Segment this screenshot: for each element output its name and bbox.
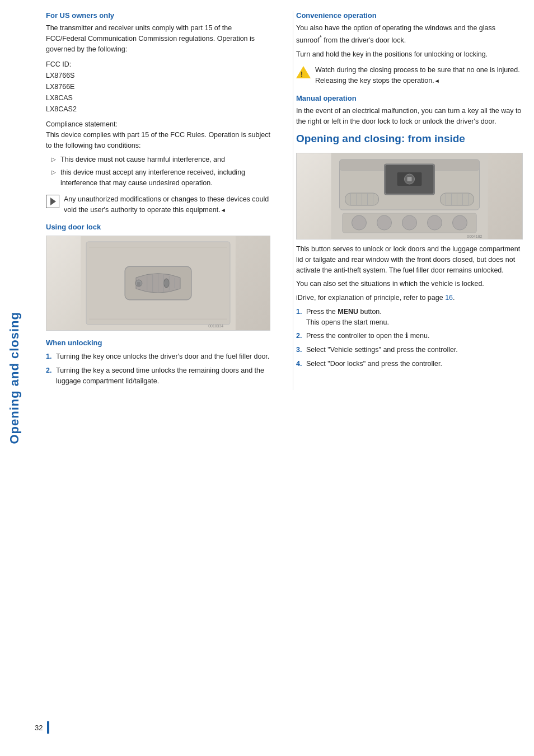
fcc-ids-block: FCC ID: LX8766S LX8766E LX8CAS LX8CAS2 bbox=[46, 59, 270, 115]
opening-step-4: 4. Select "Door locks" and press the con… bbox=[296, 359, 523, 369]
opening-step-4-text: Select "Door locks" and press the contro… bbox=[306, 360, 442, 368]
svg-point-40 bbox=[453, 215, 467, 230]
fcc-label: FCC ID: bbox=[46, 59, 270, 70]
svg-rect-7 bbox=[137, 282, 140, 286]
fcc-bullet-1: This device must not cause harmful inter… bbox=[51, 154, 270, 165]
interior-panel-svg: 0004182 bbox=[297, 153, 522, 240]
warning-back-mark: ◄ bbox=[434, 78, 440, 84]
opening-step-1: 1. Press the MENU button.This opens the … bbox=[296, 307, 523, 328]
opening-step-1-text: Press the MENU button.This opens the sta… bbox=[306, 308, 389, 326]
interior-panel-image: 0004182 bbox=[296, 153, 523, 240]
fcc-bullet-2: this device must accept any interference… bbox=[51, 167, 270, 189]
main-content: For US owners only The transmitter and r… bbox=[35, 0, 534, 412]
opening-steps: 1. Press the MENU button.This opens the … bbox=[296, 307, 523, 369]
fcc-note-text: Any unauthorized modifications or change… bbox=[64, 194, 270, 215]
svg-point-39 bbox=[428, 215, 442, 230]
idrive-page-link[interactable]: 16 bbox=[445, 294, 453, 302]
play-icon bbox=[46, 195, 59, 208]
door-handle-svg: 0010334 bbox=[46, 236, 270, 330]
manual-operation-title: Manual operation bbox=[296, 94, 523, 102]
opening-step-2-text: Press the controller to open the ℹ menu. bbox=[306, 332, 429, 340]
fcc-id-2: LX8766E bbox=[46, 81, 270, 92]
convenience-para2: Turn and hold the key in the positions f… bbox=[296, 49, 523, 60]
svg-point-36 bbox=[352, 215, 367, 230]
opening-para3: iDrive, for explanation of principle, re… bbox=[296, 293, 523, 303]
opening-step-num-3: 3. bbox=[296, 345, 302, 355]
convenience-operation-title: Convenience operation bbox=[296, 11, 523, 20]
menu-bold: MENU bbox=[338, 308, 358, 316]
step-1-text: Turning the key once unlocks the driver'… bbox=[56, 353, 269, 360]
using-door-lock-title: Using door lock bbox=[46, 223, 270, 231]
fcc-id-1: LX8766S bbox=[46, 70, 270, 81]
fcc-id-4: LX8CAS2 bbox=[46, 104, 270, 115]
step-2-text: Turning the key a second time unlocks th… bbox=[56, 367, 264, 385]
svg-point-37 bbox=[377, 215, 392, 230]
opening-para2: You can also set the situations in which… bbox=[296, 279, 523, 289]
opening-step-num-4: 4. bbox=[296, 359, 302, 369]
opening-closing-heading: Opening and closing: from inside bbox=[296, 132, 523, 146]
opening-para1: This button serves to unlock or lock doo… bbox=[296, 244, 523, 275]
opening-step-num-1: 1. bbox=[296, 307, 302, 317]
sidebar: Opening and closing bbox=[0, 0, 29, 756]
warning-text: Watch during the closing process to be s… bbox=[315, 65, 523, 86]
for-us-owners-title: For US owners only bbox=[46, 11, 270, 20]
door-lock-image: 0010334 bbox=[46, 236, 270, 331]
unlocking-step-1: 1. Turning the key once unlocks the driv… bbox=[46, 351, 270, 362]
fcc-id-3: LX8CAS bbox=[46, 92, 270, 104]
idrive-ref-text: iDrive, for explanation of principle, re… bbox=[296, 294, 445, 302]
sidebar-label: Opening and closing bbox=[7, 312, 22, 444]
svg-point-3 bbox=[163, 279, 169, 288]
page-bar-decoration bbox=[47, 721, 49, 734]
fcc-note-box: Any unauthorized modifications or change… bbox=[46, 194, 270, 215]
svg-text:0004182: 0004182 bbox=[467, 234, 482, 238]
opening-step-2: 2. Press the controller to open the ℹ me… bbox=[296, 331, 523, 341]
fcc-intro-text: The transmitter and receiver units compl… bbox=[46, 23, 270, 54]
svg-text:0010334: 0010334 bbox=[208, 324, 223, 328]
svg-rect-22 bbox=[407, 177, 412, 181]
unlocking-step-2: 2. Turning the key a second time unlocks… bbox=[46, 365, 270, 387]
page-number: 32 bbox=[35, 724, 43, 732]
fcc-bullets: This device must not cause harmful inter… bbox=[51, 154, 270, 189]
page-number-area: 32 bbox=[35, 721, 534, 734]
opening-step-3-text: Select "Vehicle settings" and press the … bbox=[306, 346, 458, 354]
left-column: For US owners only The transmitter and r… bbox=[46, 11, 276, 390]
step-num-1: 1. bbox=[46, 351, 51, 362]
warning-box: Watch during the closing process to be s… bbox=[296, 65, 523, 86]
svg-point-38 bbox=[402, 215, 417, 230]
step-num-2: 2. bbox=[46, 365, 51, 376]
convenience-text2: from the driver's door lock. bbox=[322, 36, 406, 44]
right-column: Convenience operation You also have the … bbox=[293, 11, 523, 390]
opening-step-num-2: 2. bbox=[296, 331, 302, 341]
manual-operation-text: In the event of an electrical malfunctio… bbox=[296, 106, 523, 127]
unlocking-steps: 1. Turning the key once unlocks the driv… bbox=[46, 351, 270, 386]
when-unlocking-title: When unlocking bbox=[46, 339, 270, 347]
warning-triangle-icon bbox=[296, 66, 311, 78]
compliance-label: Compliance statement:This device complie… bbox=[46, 119, 270, 151]
opening-step-3: 3. Select "Vehicle settings" and press t… bbox=[296, 345, 523, 355]
convenience-para1: You also have the option of operating th… bbox=[296, 23, 523, 46]
play-arrow-shape bbox=[50, 198, 56, 205]
